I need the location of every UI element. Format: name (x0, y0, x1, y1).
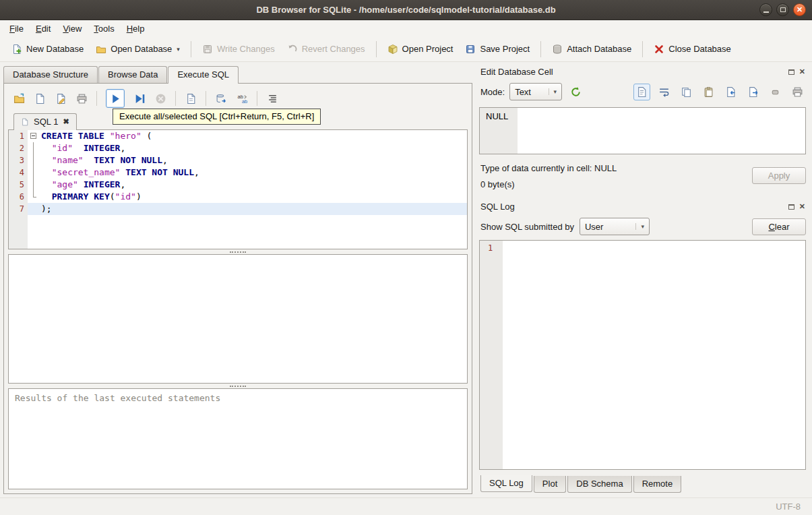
export-file-icon (747, 86, 759, 98)
close-dock-icon[interactable]: ✕ (799, 203, 805, 210)
fold-minus-icon (30, 133, 36, 139)
editor-line[interactable]: 5 "age" INTEGER, (9, 179, 467, 191)
tab-plot[interactable]: Plot (534, 476, 566, 493)
sql-log-filter-label: Show SQL submitted by (480, 222, 574, 232)
float-dock-icon[interactable] (788, 204, 794, 210)
attach-database-button[interactable]: Attach Database (546, 40, 637, 58)
edit-cell-toolbar: Mode: Text ▾ (479, 79, 806, 104)
code-line: ); (39, 203, 467, 215)
mode-select[interactable]: Text ▾ (509, 83, 562, 100)
execute-all-button[interactable] (106, 89, 125, 108)
revert-changes-button[interactable]: Revert Changes (281, 40, 371, 58)
printer-icon (792, 86, 803, 98)
close-icon: ✕ (797, 6, 803, 13)
stop-execution-button[interactable] (151, 89, 170, 108)
clear-log-button[interactable]: Clear (752, 218, 806, 235)
save-project-button[interactable]: Save Project (459, 40, 536, 58)
set-null-button[interactable] (767, 84, 784, 100)
open-sql-file-button[interactable] (9, 89, 28, 108)
tab-sql-log[interactable]: SQL Log (480, 475, 532, 492)
editor-line[interactable]: 1 CREATE TABLE "hero" ( (9, 130, 467, 142)
auto-switch-mode-button[interactable] (567, 83, 584, 100)
new-database-button[interactable]: New Database (5, 40, 90, 58)
word-wrap-button[interactable] (656, 84, 673, 100)
close-dock-icon[interactable]: ✕ (799, 68, 805, 75)
tab-db-schema[interactable]: DB Schema (567, 476, 631, 493)
execute-current-line-button[interactable] (130, 89, 149, 108)
open-database-dropdown-icon[interactable]: ▾ (177, 46, 180, 53)
code-line: "age" INTEGER, (39, 179, 467, 191)
line-number: 1 (9, 130, 28, 142)
editor-line[interactable]: 4 "secret_name" TEXT NOT NULL, (9, 166, 467, 179)
cell-editor[interactable]: NULL (479, 107, 806, 154)
sql-log-dock: SQL Log ✕ Show SQL submitted by User ▾ C… (479, 200, 806, 493)
splitter-handle[interactable] (8, 249, 468, 254)
code-line: CREATE TABLE "hero" ( (39, 130, 467, 142)
open-project-button[interactable]: Open Project (381, 40, 460, 58)
sql-log-view[interactable]: 1 (479, 240, 806, 470)
toolbar-separator (540, 41, 541, 57)
menu-view[interactable]: View (57, 22, 87, 36)
export-results-icon (216, 93, 227, 104)
window-title: DB Browser for SQLite - /home/user/code/… (0, 5, 812, 15)
write-changes-button[interactable]: Write Changes (196, 40, 281, 58)
tab-database-structure[interactable]: Database Structure (3, 66, 98, 83)
menu-help[interactable]: Help (121, 22, 150, 36)
import-cell-button[interactable] (722, 84, 739, 100)
tab-execute-sql[interactable]: Execute SQL (168, 66, 239, 84)
auto-refresh-icon (570, 86, 582, 98)
tab-remote[interactable]: Remote (633, 476, 682, 493)
format-sql-button[interactable] (263, 89, 282, 108)
open-database-icon (96, 44, 106, 55)
save-sql-file-button[interactable] (30, 89, 49, 108)
maximize-icon (780, 7, 786, 12)
sql-file-tab[interactable]: SQL 1 ✖ (13, 113, 77, 130)
open-database-button[interactable]: Open Database ▾ (90, 40, 186, 58)
print-sql-icon (76, 93, 88, 104)
write-changes-icon (202, 44, 213, 55)
editor-line[interactable]: 2 "id" INTEGER, (9, 142, 467, 154)
float-dock-icon[interactable] (788, 69, 794, 75)
print-cell-button[interactable] (789, 84, 806, 100)
apply-button[interactable]: Apply (752, 167, 806, 184)
fold-guide (28, 179, 39, 191)
results-grid[interactable] (8, 254, 468, 384)
code-line: "name" TEXT NOT NULL, (39, 154, 467, 166)
print-sql-button[interactable] (72, 89, 91, 108)
text-view-button[interactable] (633, 84, 650, 100)
status-encoding: UTF-8 (776, 502, 801, 512)
sql-editor[interactable]: 1 CREATE TABLE "hero" ( 2 "id" INTEGER, … (8, 129, 468, 249)
tab-browse-data[interactable]: Browse Data (98, 66, 167, 83)
close-tab-icon[interactable]: ✖ (63, 118, 69, 125)
export-results-button[interactable] (212, 89, 230, 108)
save-sql-as-button[interactable] (51, 89, 70, 108)
editor-line-current[interactable]: 7 ); (9, 203, 467, 215)
close-database-button[interactable]: Close Database (648, 40, 737, 58)
maximize-button[interactable] (776, 3, 789, 16)
text-document-icon (636, 86, 648, 98)
export-cell-button[interactable] (745, 84, 761, 100)
menu-edit[interactable]: Edit (30, 22, 56, 36)
find-replace-button[interactable]: abab (232, 89, 251, 108)
editor-empty-area[interactable] (9, 215, 467, 249)
editor-line[interactable]: 6 PRIMARY KEY("id") (9, 191, 467, 203)
minimize-button[interactable] (759, 3, 772, 16)
fold-toggle[interactable] (28, 130, 39, 142)
save-results-button[interactable] (181, 89, 200, 108)
menu-file[interactable]: File (4, 22, 29, 36)
mode-value: Text (515, 87, 531, 97)
sql-file-icon (21, 118, 29, 126)
results-message-area[interactable]: Results of the last executed statements (8, 388, 468, 489)
fold-column (28, 203, 39, 215)
splitter-handle[interactable] (8, 384, 468, 388)
stop-execution-icon (155, 93, 166, 104)
editor-line[interactable]: 3 "name" TEXT NOT NULL, (9, 154, 467, 166)
submitted-by-select[interactable]: User ▾ (580, 218, 650, 235)
close-button[interactable]: ✕ (793, 3, 806, 16)
line-number: 2 (9, 142, 28, 154)
toolbar-separator (642, 41, 643, 57)
copy-cell-button[interactable] (678, 84, 695, 100)
paste-cell-button[interactable] (700, 84, 717, 100)
menu-tools[interactable]: Tools (88, 22, 119, 36)
revert-changes-icon (287, 44, 298, 55)
